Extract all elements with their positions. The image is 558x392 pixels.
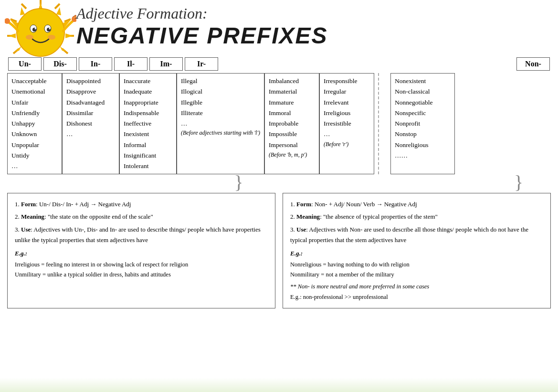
- word-in-6: Inexistent: [124, 129, 172, 139]
- word-im-note: (Before 'b, m, p'): [269, 150, 315, 160]
- word-dis-1: Disappointed: [66, 76, 115, 86]
- word-un-8: Untidy: [11, 150, 58, 161]
- word-non-3: Nonnegotiable: [395, 97, 451, 108]
- word-in-5: Ineffective: [124, 118, 172, 129]
- word-il-2: Illogical: [181, 86, 260, 97]
- word-ir-4: Irreligious: [324, 108, 370, 118]
- right-note: ** Non- is more neutral and more preferr…: [290, 282, 543, 292]
- left-example-1: Irreligious = feeling no interest in or …: [15, 260, 268, 270]
- word-un-5: Unhappy: [11, 118, 58, 129]
- word-un-1: Unacceptable: [11, 76, 58, 86]
- word-il-3: Illegible: [181, 97, 260, 108]
- word-im-5: Improbable: [269, 118, 315, 129]
- curly-brace-row: } }: [7, 176, 551, 189]
- word-ir-3: Irrelevant: [324, 97, 370, 108]
- word-il-note: (Before adjectives starting with 'l'): [181, 129, 260, 137]
- right-example-1: Nonreligious = having nothing to do with…: [290, 260, 543, 270]
- in-column: Inaccurate Inadequate Inappropriate Indi…: [119, 73, 177, 174]
- right-curly-open: }: [514, 176, 523, 189]
- prefix-il: Il-: [114, 57, 147, 71]
- word-in-9: Intolerant: [124, 161, 172, 171]
- word-dis-2: Disapprove: [66, 86, 115, 97]
- word-un-3: Unfair: [11, 97, 58, 108]
- word-ir-2: Irregular: [324, 86, 370, 97]
- word-non-1: Nonexistent: [395, 76, 451, 86]
- right-label-1: Form: [296, 201, 311, 208]
- main-title: NEGATIVE PREFIXES: [76, 22, 548, 49]
- right-eg-label: E.g.:: [290, 248, 543, 259]
- word-un-7: Unpopular: [11, 140, 58, 150]
- word-un-6: Unknown: [11, 129, 58, 139]
- bottom-left-box: 1. Form: Un-/ Dis-/ In- + Adj → Negative…: [7, 193, 275, 308]
- right-label-3: Use: [296, 226, 306, 233]
- prefix-ir: Ir-: [185, 57, 218, 71]
- left-label-2: Meaning: [21, 213, 44, 220]
- word-im-6: Impossible: [269, 129, 315, 139]
- left-text-2: : "the state on the opposite end of the …: [44, 213, 153, 220]
- right-item-1: 1. Form: Non- + Adj/ Noun/ Verb → Negati…: [290, 199, 543, 210]
- left-curly-open: }: [234, 176, 243, 189]
- word-non-7: Nonreligious: [395, 140, 451, 150]
- left-num-1: 1.: [15, 201, 21, 208]
- im-column: Imbalanced Immaterial Immature Immoral I…: [264, 73, 319, 174]
- right-num-3: 3.: [290, 226, 296, 233]
- il-column: Illegal Illogical Illegible Illiterate ……: [177, 73, 264, 174]
- right-num-2: 2.: [290, 213, 295, 220]
- word-un-9: …: [11, 161, 58, 171]
- non-column: Nonexistent Non-classical Nonnegotiable …: [390, 73, 455, 174]
- main-table: Unacceptable Unemotional Unfair Unfriend…: [7, 73, 551, 174]
- word-in-7: Informal: [124, 140, 172, 150]
- column-divider: [378, 73, 387, 174]
- right-text-2: : "the absence of typical properties of …: [320, 213, 438, 220]
- right-num-1: 1.: [290, 201, 296, 208]
- right-text-1: : Non- + Adj/ Noun/ Verb → Negative Adj: [311, 201, 417, 208]
- word-ir-6: …: [324, 129, 370, 139]
- script-title: Adjective Formation:: [76, 5, 548, 22]
- right-extra: E.g.: non-professional >> unprofessional: [290, 292, 543, 302]
- word-dis-6: …: [66, 129, 115, 139]
- word-in-3: Inappropriate: [124, 97, 172, 108]
- word-ir-1: Irresponsible: [324, 76, 370, 86]
- left-item-2: 2. Meaning: "the state on the opposite e…: [15, 212, 268, 222]
- word-ir-5: Irresistible: [324, 118, 370, 129]
- word-non-2: Non-classical: [395, 86, 451, 97]
- right-brace-area: }: [486, 176, 551, 189]
- left-num-2: 2.: [15, 213, 21, 220]
- word-in-1: Inaccurate: [124, 76, 172, 86]
- word-in-4: Indispensable: [124, 108, 172, 118]
- word-dis-5: Dishonest: [66, 118, 115, 129]
- left-num-3: 3.: [15, 226, 21, 233]
- word-in-2: Inadequate: [124, 86, 172, 97]
- bottom-section: 1. Form: Un-/ Dis-/ In- + Adj → Negative…: [7, 193, 551, 308]
- word-non-8: ……: [395, 150, 451, 161]
- un-column: Unacceptable Unemotional Unfair Unfriend…: [7, 73, 62, 174]
- word-im-3: Immature: [269, 97, 315, 108]
- word-non-4: Nonspecific: [395, 108, 451, 118]
- left-example-2: Unmilitary = unlike a typical soldier in…: [15, 270, 268, 280]
- left-label-1: Form: [21, 201, 36, 208]
- header: Adjective Formation: NEGATIVE PREFIXES: [0, 0, 558, 57]
- ir-column: Irresponsible Irregular Irrelevant Irrel…: [319, 73, 374, 174]
- prefix-in: In-: [79, 57, 112, 71]
- word-im-2: Immaterial: [269, 86, 315, 97]
- word-un-2: Unemotional: [11, 86, 58, 97]
- right-example-2: Nonmilitary = not a member of the milita…: [290, 270, 543, 280]
- left-text-1: : Un-/ Dis-/ In- + Adj → Negative Adj: [36, 201, 131, 208]
- word-un-4: Unfriendly: [11, 108, 58, 118]
- left-text-3: : Adjectives with Un-, Dis- and In- are …: [15, 226, 261, 244]
- word-im-4: Immoral: [269, 108, 315, 118]
- word-il-1: Illegal: [181, 76, 260, 86]
- right-text-3: : Adjectives with Non- are used to descr…: [290, 226, 528, 244]
- left-label-3: Use: [21, 226, 31, 233]
- prefix-row: Un- Dis- In- Il- Im- Ir- Non-: [7, 57, 551, 71]
- right-item-3: 3. Use: Adjectives with Non- are used to…: [290, 224, 543, 245]
- right-item-2: 2. Meaning: "the absence of typical prop…: [290, 212, 543, 222]
- right-label-2: Meaning: [295, 213, 320, 220]
- bottom-decoration: [0, 378, 558, 392]
- word-im-7: Impersonal: [269, 140, 315, 150]
- word-dis-4: Dissimilar: [66, 108, 115, 118]
- prefix-im: Im-: [149, 57, 183, 71]
- word-im-1: Imbalanced: [269, 76, 315, 86]
- word-non-5: Nonprofit: [395, 118, 451, 129]
- left-brace-area: }: [7, 176, 470, 189]
